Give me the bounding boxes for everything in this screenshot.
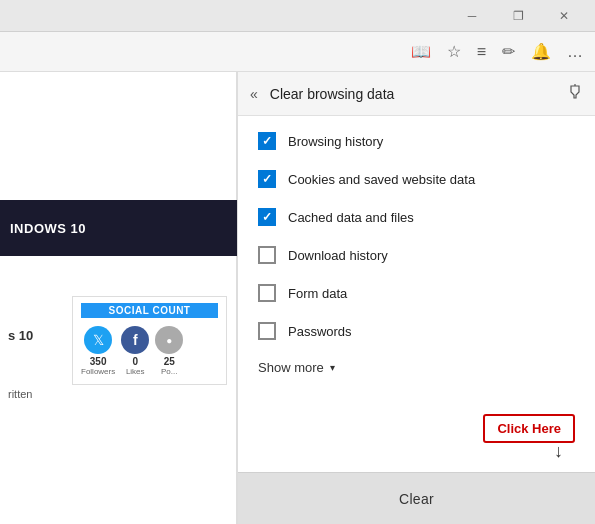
sidebar-number: s 10 xyxy=(0,328,33,343)
notifications-icon[interactable]: 🔔 xyxy=(531,42,551,61)
twitter-count: 350 xyxy=(90,356,107,367)
checkmark-cached: ✓ xyxy=(262,211,272,223)
facebook-label: Likes xyxy=(126,367,145,376)
other-social-icon: ● xyxy=(155,326,183,354)
hub-icon[interactable]: ≡ xyxy=(477,43,486,61)
checkbox-passwords-label: Passwords xyxy=(288,324,352,339)
facebook-count: 0 xyxy=(132,356,138,367)
checkbox-cached-label: Cached data and files xyxy=(288,210,414,225)
checkbox-cookies-label: Cookies and saved website data xyxy=(288,172,475,187)
restore-button[interactable]: ❐ xyxy=(495,0,541,32)
windows-banner-text: INDOWS 10 xyxy=(10,221,86,236)
checkbox-cached-box[interactable]: ✓ xyxy=(258,208,276,226)
show-more-arrow-icon: ▾ xyxy=(330,362,335,373)
other-social-item: ● 25 Po... xyxy=(155,326,183,376)
browser-toolbar: 📖 ☆ ≡ ✏ 🔔 … xyxy=(0,32,595,72)
panel-header: « Clear browsing data xyxy=(238,72,595,116)
panel-pin-button[interactable] xyxy=(567,84,583,103)
twitter-label: Followers xyxy=(81,367,115,376)
show-more-text: Show more xyxy=(258,360,324,375)
social-count-title: SOCIAL COUNT xyxy=(81,303,218,318)
facebook-social-item: f 0 Likes xyxy=(121,326,149,376)
panel-footer: Clear xyxy=(238,472,595,524)
checkbox-browsing-history-box[interactable]: ✓ xyxy=(258,132,276,150)
minimize-button[interactable]: ─ xyxy=(449,0,495,32)
checkbox-passwords[interactable]: Passwords xyxy=(258,322,575,340)
other-label: Po... xyxy=(161,367,177,376)
show-more-row[interactable]: Show more ▾ xyxy=(258,360,575,375)
checkmark-browsing-history: ✓ xyxy=(262,135,272,147)
checkbox-download-history[interactable]: Download history xyxy=(258,246,575,264)
web-note-icon[interactable]: ✏ xyxy=(502,42,515,61)
checkbox-browsing-history[interactable]: ✓ Browsing history xyxy=(258,132,575,150)
twitter-social-item: 𝕏 350 Followers xyxy=(81,326,115,376)
checkbox-browsing-history-label: Browsing history xyxy=(288,134,383,149)
more-icon[interactable]: … xyxy=(567,43,583,61)
panel-back-button[interactable]: « xyxy=(250,86,258,102)
facebook-icon: f xyxy=(121,326,149,354)
checkbox-form-data-label: Form data xyxy=(288,286,347,301)
other-count: 25 xyxy=(164,356,175,367)
panel-title: Clear browsing data xyxy=(270,86,555,102)
panel-body: ✓ Browsing history ✓ Cookies and saved w… xyxy=(238,116,595,472)
clear-button[interactable]: Clear xyxy=(238,473,595,524)
checkbox-download-history-label: Download history xyxy=(288,248,388,263)
close-button[interactable]: ✕ xyxy=(541,0,587,32)
checkbox-cookies-box[interactable]: ✓ xyxy=(258,170,276,188)
sidebar-written: ritten xyxy=(0,388,32,400)
reading-view-icon[interactable]: 📖 xyxy=(411,42,431,61)
windows-banner: INDOWS 10 xyxy=(0,200,237,256)
title-bar: ─ ❐ ✕ xyxy=(0,0,595,32)
checkmark-cookies: ✓ xyxy=(262,173,272,185)
checkbox-cached[interactable]: ✓ Cached data and files xyxy=(258,208,575,226)
twitter-icon: 𝕏 xyxy=(84,326,112,354)
checkbox-form-data-box[interactable] xyxy=(258,284,276,302)
favorites-icon[interactable]: ☆ xyxy=(447,42,461,61)
checkbox-cookies[interactable]: ✓ Cookies and saved website data xyxy=(258,170,575,188)
checkbox-download-history-box[interactable] xyxy=(258,246,276,264)
checkbox-form-data[interactable]: Form data xyxy=(258,284,575,302)
social-count-items: 𝕏 350 Followers f 0 Likes ● 25 Po... xyxy=(81,326,218,376)
checkbox-passwords-box[interactable] xyxy=(258,322,276,340)
clear-browsing-panel: « Clear browsing data ✓ Browsing history… xyxy=(237,72,595,524)
social-count-box: SOCIAL COUNT 𝕏 350 Followers f 0 Likes ●… xyxy=(72,296,227,385)
